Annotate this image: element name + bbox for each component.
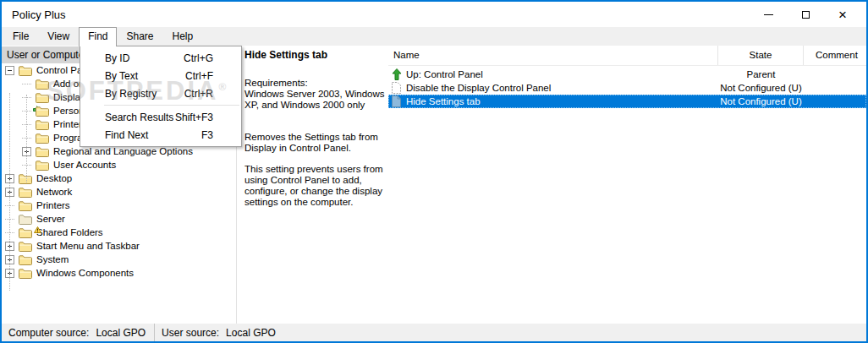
menu-item-shortcut: Ctrl+G [184, 52, 233, 64]
folder-icon [19, 241, 32, 252]
find-menu-dropdown: By IDCtrl+GBy TextCtrl+FBy RegistryCtrl+… [80, 46, 242, 147]
folder-icon [19, 65, 32, 76]
find-menu-item-search-results[interactable]: Search ResultsShift+F3 [80, 108, 241, 126]
column-header-name[interactable]: Name [388, 46, 718, 65]
tree-item-label: Start Menu and Taskbar [36, 241, 140, 251]
folder-icon [36, 106, 49, 117]
tree-item-label: System [36, 254, 69, 264]
tree-item-start-menu-and-taskbar[interactable]: Start Menu and Taskbar [2, 239, 236, 253]
policy-description-paragraph: Removes the Settings tab from Display in… [244, 132, 387, 154]
folder-icon [36, 160, 49, 171]
menu-separator [104, 105, 239, 106]
policy-requirements: Requirements: Windows Server 2003, Windo… [244, 78, 387, 111]
page-outline-icon [392, 82, 402, 94]
folder-icon [19, 227, 32, 238]
tree-item-system[interactable]: System [2, 253, 236, 266]
tree-item-label: Regional and Language Options [53, 146, 193, 156]
policy-name: Disable the Display Control Panel [406, 81, 551, 95]
tree-item-label: User Accounts [53, 160, 116, 170]
tree-item-label: Desktop [36, 173, 72, 183]
folder-warning-icon [19, 214, 32, 225]
menu-file[interactable]: File [3, 27, 38, 46]
tree-connector-line [9, 93, 10, 291]
tree-connector [22, 79, 31, 89]
tree-item-user-accounts[interactable]: User Accounts [2, 158, 236, 172]
collapse-minus-icon [5, 66, 14, 75]
policy-row-up-control-panel[interactable]: Up: Control PanelParent [388, 68, 866, 81]
menu-item-label: Search Results [105, 112, 175, 123]
menu-item-shortcut: Shift+F3 [175, 112, 233, 123]
menu-find[interactable]: Find [79, 27, 117, 46]
maximize-icon [802, 11, 810, 19]
menu-item-shortcut: Ctrl+R [184, 88, 233, 100]
tree-item-label: Windows Components [36, 268, 134, 278]
menu-help[interactable]: Help [163, 27, 203, 46]
minimize-icon [764, 14, 773, 15]
policy-list-rows: Up: Control PanelParentDisable the Displ… [388, 68, 866, 108]
page-blue-icon [392, 95, 402, 107]
policy-description-paragraph: This setting prevents users from using C… [244, 164, 387, 208]
computer-source-value: Local GPO [96, 327, 146, 339]
tree-item-label: Network [36, 187, 72, 197]
menu-view[interactable]: View [38, 27, 79, 46]
maximize-button[interactable] [787, 2, 824, 27]
policy-row-hide-settings-tab[interactable]: Hide Settings tabNot Configured (U) [388, 95, 866, 108]
policy-state: Parent [718, 68, 804, 81]
title-bar[interactable]: Policy Plus × [2, 2, 866, 27]
menu-item-label: By ID [105, 52, 184, 64]
menu-item-shortcut: Ctrl+F [185, 70, 233, 82]
computer-source-label: Computer source: [8, 327, 89, 339]
status-bar-separator [154, 324, 155, 341]
policy-state: Not Configured (U) [718, 81, 804, 95]
folder-icon [19, 268, 32, 279]
app-window: Policy Plus × FileViewFindShareHelp User… [0, 0, 868, 343]
folder-icon [36, 79, 49, 90]
policy-title: Hide Settings tab [244, 49, 327, 61]
folder-icon [36, 119, 49, 130]
status-bar: Computer source: Local GPO User source: … [2, 324, 866, 341]
folder-current-icon [36, 92, 49, 103]
folder-icon [19, 254, 32, 265]
tree-item-server[interactable]: Server [2, 212, 236, 226]
close-icon: × [838, 8, 847, 22]
find-menu-item-by-id[interactable]: By IDCtrl+G [80, 49, 241, 67]
tree-item-label: Shared Folders [36, 227, 103, 237]
tree-item-printers[interactable]: Printers [2, 199, 236, 212]
policy-description-panel: Hide Settings tab Requirements: Windows … [238, 46, 388, 324]
folder-icon [19, 187, 32, 198]
menu-item-label: By Text [105, 70, 185, 82]
tree-item-network[interactable]: Network [2, 185, 236, 199]
menu-item-label: By Registry [105, 88, 184, 100]
policy-state: Not Configured (U) [718, 95, 804, 108]
tree-item-label: Printers [36, 200, 70, 210]
folder-icon [36, 146, 49, 157]
find-menu-item-find-next[interactable]: Find NextF3 [80, 126, 241, 144]
close-button[interactable]: × [824, 2, 861, 27]
find-menu-item-by-text[interactable]: By TextCtrl+F [80, 67, 241, 84]
folder-icon [19, 173, 32, 184]
up-arrow-icon [392, 68, 402, 80]
user-source-value: Local GPO [226, 327, 276, 339]
tree-item-desktop[interactable]: Desktop [2, 172, 236, 185]
window-controls: × [750, 2, 861, 27]
menu-bar: FileViewFindShareHelp [2, 27, 866, 46]
window-title: Policy Plus [12, 8, 66, 21]
policy-name: Hide Settings tab [406, 95, 481, 108]
menu-item-label: Find Next [105, 129, 201, 141]
menu-item-shortcut: F3 [201, 129, 233, 141]
tree-item-windows-components[interactable]: Windows Components [2, 266, 236, 280]
folder-icon [19, 200, 32, 211]
policy-list-header: NameStateComment [388, 46, 866, 66]
find-menu-item-by-registry[interactable]: By RegistryCtrl+R [80, 84, 241, 102]
policy-list: NameStateComment Up: Control PanelParent… [388, 46, 866, 324]
tree-item-label: Server [36, 214, 65, 224]
tree-expander[interactable] [5, 66, 14, 75]
policy-row-disable-the-display-control-panel[interactable]: Disable the Display Control PanelNot Con… [388, 81, 866, 95]
menu-share[interactable]: Share [117, 27, 162, 46]
policy-name: Up: Control Panel [406, 68, 483, 81]
column-header-state[interactable]: State [718, 46, 804, 65]
folder-icon [36, 133, 49, 144]
user-source-label: User source: [162, 327, 219, 339]
column-header-comment[interactable]: Comment [804, 46, 866, 65]
minimize-button[interactable] [750, 2, 787, 27]
